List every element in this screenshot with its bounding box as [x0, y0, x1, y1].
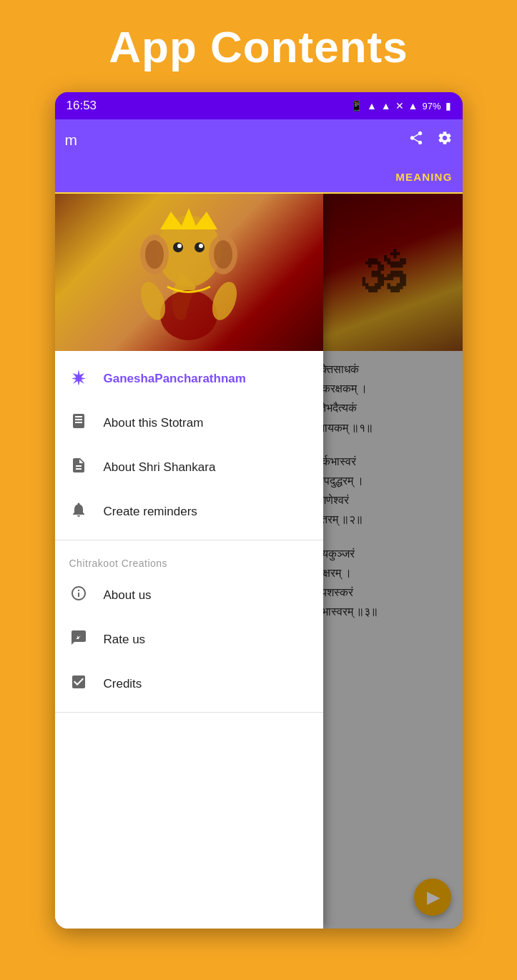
- status-bar: 16:53 📱 ▲ ▲ ✕ ▲ 97% ▮: [55, 92, 463, 119]
- book-icon: [69, 412, 88, 434]
- svg-point-9: [160, 290, 217, 340]
- bell-icon: [69, 501, 88, 523]
- drawer-section-1: GaneshaPancharathnam About this Stotram: [55, 351, 323, 540]
- svg-point-4: [214, 240, 232, 269]
- doc-icon: [69, 457, 88, 478]
- status-time: 16:53: [67, 99, 97, 113]
- wifi-icon: ▲: [367, 100, 377, 112]
- settings-icon[interactable]: [437, 130, 453, 150]
- drawer-section-2: Chitrakoot Creations About us: [55, 540, 323, 713]
- drawer-overlay[interactable]: [323, 194, 463, 929]
- create-reminders-label: Create reminders: [104, 505, 197, 519]
- phone-frame: 16:53 📱 ▲ ▲ ✕ ▲ 97% ▮ m: [55, 92, 463, 929]
- asterisk-icon: [69, 368, 88, 390]
- drawer-item-about-stotram[interactable]: About this Stotram: [55, 401, 323, 445]
- outer-background: App Contents 16:53 📱 ▲ ▲ ✕ ▲ 97% ▮ m: [0, 0, 517, 980]
- drawer-header-image: [55, 194, 323, 351]
- main-content-area: 🕉 मुक्तिसाधकं नोकरक्षकम् । शेतेभदैत्यकं …: [55, 194, 463, 929]
- meaning-tab[interactable]: MEANING: [395, 171, 452, 183]
- svg-point-8: [199, 244, 203, 248]
- svg-point-7: [177, 244, 182, 248]
- app-bar-icons: [408, 130, 453, 150]
- info-icon: [69, 585, 88, 606]
- app-bar: m: [55, 119, 463, 161]
- signal-icon: ▲: [381, 100, 391, 112]
- drawer-item-ganesh-pancharathnam[interactable]: GaneshaPancharathnam: [55, 357, 323, 401]
- drawer-item-about-shankara[interactable]: About Shri Shankara: [55, 445, 323, 490]
- status-icons: 📱 ▲ ▲ ✕ ▲ 97% ▮: [350, 100, 451, 112]
- drawer-item-rate-us[interactable]: Rate us: [55, 618, 323, 662]
- share-icon[interactable]: [408, 130, 424, 150]
- battery-icon: ▮: [445, 100, 451, 112]
- signal2-icon: ▲: [408, 100, 418, 112]
- about-stotram-label: About this Stotram: [104, 416, 204, 430]
- rate-icon: [69, 629, 88, 650]
- battery-text: 97%: [422, 101, 440, 112]
- svg-point-3: [145, 240, 164, 269]
- drawer-item-about-us[interactable]: About us: [55, 573, 323, 618]
- page-title: App Contents: [109, 0, 408, 92]
- x-icon: ✕: [395, 100, 404, 112]
- ganesh-pancharathnam-label: GaneshaPancharathnam: [104, 372, 246, 386]
- drawer-menu: GaneshaPancharathnam About this Stotram: [55, 351, 323, 929]
- app-title: m: [65, 132, 408, 149]
- drawer-header: [55, 194, 323, 351]
- about-shankara-label: About Shri Shankara: [104, 460, 216, 475]
- drawer-item-credits[interactable]: Credits: [55, 662, 323, 706]
- section-2-header: Chitrakoot Creations: [55, 546, 323, 573]
- drawer-item-create-reminders[interactable]: Create reminders: [55, 490, 323, 534]
- check-icon: [69, 673, 88, 695]
- credits-label: Credits: [104, 677, 142, 691]
- navigation-drawer: GaneshaPancharathnam About this Stotram: [55, 194, 323, 929]
- ganesha-illustration: [132, 201, 246, 344]
- rate-us-label: Rate us: [104, 633, 146, 647]
- tab-bar: MEANING: [55, 161, 463, 194]
- about-us-label: About us: [104, 588, 152, 603]
- display-icon: 📱: [350, 100, 363, 112]
